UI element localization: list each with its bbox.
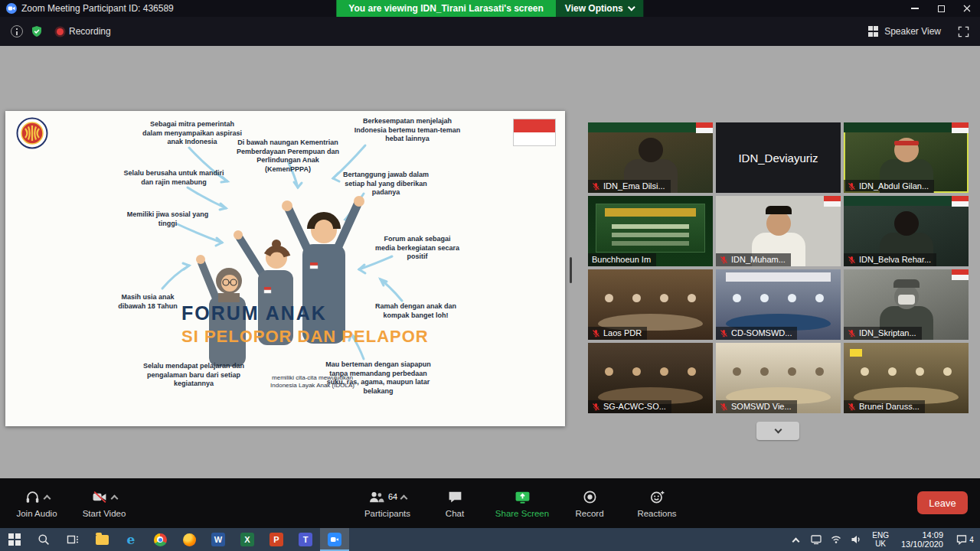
face-mask	[898, 295, 915, 305]
search-button[interactable]	[29, 528, 58, 551]
share-banner-text: You are viewing IDN_Tirani Larasati's sc…	[336, 0, 556, 17]
participant-tile[interactable]: IDN_Deviayuriz	[716, 122, 841, 193]
action-center-button[interactable]: 4	[949, 528, 980, 551]
zoom-logo-icon	[6, 3, 17, 14]
muted-mic-icon	[848, 329, 856, 337]
participant-name-tag: IDN_Belva Rehar...	[844, 253, 936, 266]
zoom-camera-icon	[330, 535, 339, 544]
wifi-icon[interactable]	[830, 533, 842, 546]
meeting-room-people	[724, 294, 833, 302]
chevron-down-icon	[774, 426, 782, 434]
zoom-app-icon	[328, 533, 341, 546]
participant-tile[interactable]: Laos PDR	[588, 269, 713, 340]
record-button[interactable]: Record	[556, 478, 623, 528]
windows-start-icon	[8, 533, 21, 546]
speaker-view-button[interactable]: Speaker View	[868, 26, 941, 37]
word-button[interactable]: W	[204, 528, 233, 551]
tray-expand-icon[interactable]	[792, 537, 800, 545]
task-view-button[interactable]	[58, 528, 87, 551]
participant-tile[interactable]: Brunei Daruss...	[844, 343, 969, 413]
callout: Masih usia anak dibawah 18 Tahun	[117, 293, 178, 311]
participant-tile[interactable]: SG-ACWC-SO...	[588, 343, 713, 413]
participant-tile[interactable]: CD-SOMSWD...	[716, 269, 841, 340]
windows-taskbar: e W X P T	[0, 528, 980, 551]
join-audio-label: Join Audio	[16, 509, 57, 518]
encryption-shield-icon[interactable]	[31, 25, 43, 37]
panel-resize-handle[interactable]	[570, 257, 572, 283]
black-cap	[766, 206, 792, 214]
participant-name: SOMSWD Vie...	[731, 402, 792, 411]
file-explorer-button[interactable]	[87, 528, 116, 551]
meeting-room-people	[724, 367, 833, 376]
info-icon[interactable]	[11, 25, 23, 37]
meeting-room-people	[851, 367, 961, 376]
participant-tile[interactable]: Bunchhoeun Im	[588, 196, 713, 266]
file-explorer-icon	[96, 535, 109, 545]
chat-bubble-icon	[447, 489, 463, 505]
reactions-button[interactable]: Reactions	[623, 478, 691, 528]
taskbar-clock[interactable]: 14:09 13/10/2020	[895, 530, 949, 549]
participant-tile[interactable]: SOMSWD Vie...	[716, 343, 841, 413]
monitor-icon[interactable]	[810, 533, 822, 546]
speaker-icon[interactable]	[850, 533, 862, 546]
start-video-options-caret[interactable]	[110, 494, 118, 502]
powerpoint-button[interactable]: P	[262, 528, 291, 551]
participant-tile[interactable]: IDN_Ema Dilsi...	[588, 122, 713, 193]
start-button[interactable]	[0, 528, 29, 551]
recording-label: Recording	[69, 26, 111, 37]
language-indicator[interactable]: ENG UK	[866, 531, 895, 548]
meeting-statusbar: Recording Speaker View	[0, 17, 980, 46]
region-code: UK	[872, 540, 889, 548]
muted-mic-icon	[848, 403, 856, 411]
participants-icon	[368, 489, 384, 505]
view-options-dropdown[interactable]: View Options	[556, 0, 644, 17]
close-button[interactable]	[954, 0, 980, 17]
teams-button[interactable]: T	[291, 528, 320, 551]
slide-title: FORUM ANAK SI PELOPOR DAN PELAPOR	[181, 302, 429, 347]
participant-name-tag: IDN_Muham...	[716, 253, 791, 266]
indonesia-flag	[513, 119, 556, 146]
indonesia-flag-icon	[824, 196, 841, 207]
system-tray: ENG UK 14:09 13/10/2020 4	[786, 528, 980, 551]
join-audio-options-caret[interactable]	[43, 494, 51, 502]
participants-button[interactable]: 64 Participants	[354, 478, 421, 528]
participant-tile[interactable]: IDN_Belva Rehar...	[844, 196, 969, 266]
participants-label: Participants	[364, 509, 410, 518]
participant-tile-active-speaker[interactable]: IDN_Abdul Gilan...	[844, 122, 969, 193]
leave-button[interactable]: Leave	[917, 491, 968, 514]
recording-indicator: Recording	[57, 26, 111, 37]
excel-button[interactable]: X	[233, 528, 262, 551]
muted-mic-icon	[592, 182, 600, 191]
firefox-icon	[183, 533, 196, 546]
start-video-button[interactable]: Start Video	[70, 478, 138, 528]
reactions-label: Reactions	[637, 509, 676, 518]
maximize-button[interactable]	[928, 0, 954, 17]
muted-mic-icon	[848, 256, 856, 264]
participant-name-tag: IDN_Skriptan...	[844, 327, 922, 340]
collapse-gallery-button[interactable]	[756, 422, 799, 440]
share-screen-button[interactable]: Share Screen	[488, 478, 556, 528]
zoom-toolbar: Join Audio Start Video	[0, 478, 980, 528]
join-audio-button[interactable]: Join Audio	[3, 478, 70, 528]
participant-name-tag: Brunei Daruss...	[844, 400, 925, 413]
participant-name-tag: SOMSWD Vie...	[716, 400, 797, 413]
powerpoint-icon: P	[270, 533, 283, 546]
headset-icon	[24, 489, 41, 505]
callout: Sebagai mitra pemerintah dalam menyampai…	[142, 120, 243, 147]
search-icon	[38, 533, 50, 546]
minimize-button[interactable]	[902, 0, 928, 17]
fullscreen-icon[interactable]	[958, 26, 969, 37]
slide-title-line1: FORUM ANAK	[181, 302, 429, 324]
participant-tile[interactable]: IDN_Skriptan...	[844, 269, 969, 340]
chat-button[interactable]: Chat	[421, 478, 488, 528]
meeting-room-people	[596, 367, 705, 376]
participants-options-caret[interactable]	[400, 494, 408, 502]
participant-tile[interactable]: IDN_Muham...	[716, 196, 841, 266]
firefox-button[interactable]	[175, 528, 204, 551]
children-illustration	[195, 165, 387, 394]
chrome-button[interactable]	[145, 528, 175, 551]
edge-button[interactable]: e	[116, 528, 145, 551]
chevron-down-icon	[628, 4, 635, 11]
participant-silhouette	[894, 211, 919, 236]
zoom-taskbar-button[interactable]	[320, 528, 349, 551]
